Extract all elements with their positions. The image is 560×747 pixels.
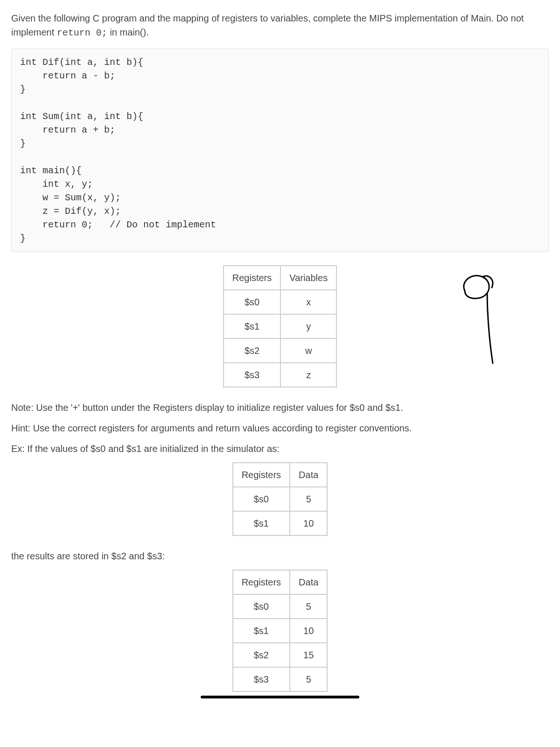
result-registers-table-wrap: Registers Data $s0 5 $s1 10 $s2 15 $s3 5: [11, 570, 549, 692]
table-row: $s1 y: [224, 314, 336, 338]
register-variable-table-wrap: Registers Variables $s0 x $s1 y $s2 w $s…: [11, 265, 549, 388]
table2-header-data: Data: [290, 463, 327, 487]
table-row: $s0 5: [233, 487, 328, 511]
example-line: Ex: If the values of $s0 and $s1 are ini…: [11, 442, 549, 456]
table2-header-registers: Registers: [233, 463, 290, 487]
intro-code: return 0;: [57, 28, 107, 38]
table3-header-registers: Registers: [233, 570, 290, 594]
results-label: the results are stored in $s2 and $s3:: [11, 549, 549, 563]
table-row: $s0 5: [233, 594, 328, 619]
intro-part2: in main().: [107, 27, 149, 37]
handwritten-scribble-icon: [446, 265, 521, 368]
table1-header-variables: Variables: [280, 266, 336, 290]
table-row: $s3 5: [233, 667, 328, 691]
table1-header-registers: Registers: [224, 266, 280, 290]
table-row: $s3 z: [224, 363, 336, 387]
result-registers-table: Registers Data $s0 5 $s1 10 $s2 15 $s3 5: [232, 570, 328, 692]
hint-line: Hint: Use the correct registers for argu…: [11, 421, 549, 435]
notes-section: Note: Use the '+' button under the Regis…: [11, 401, 549, 456]
table-row: $s2 w: [224, 338, 336, 363]
table3-header-data: Data: [290, 570, 327, 594]
table-row: $s2 15: [233, 643, 328, 667]
bottom-handle-bar: [201, 696, 359, 698]
register-variable-table: Registers Variables $s0 x $s1 y $s2 w $s…: [223, 265, 337, 388]
table-row: $s0 x: [224, 290, 336, 314]
table-row: $s1 10: [233, 619, 328, 643]
results-label-section: the results are stored in $s2 and $s3:: [11, 549, 549, 563]
table-row: $s1 10: [233, 511, 328, 536]
code-block: int Dif(int a, int b){ return a - b; } i…: [11, 49, 549, 252]
initial-registers-table-wrap: Registers Data $s0 5 $s1 10: [11, 462, 549, 536]
initial-registers-table: Registers Data $s0 5 $s1 10: [232, 462, 328, 536]
intro-text: Given the following C program and the ma…: [11, 11, 549, 40]
note-line: Note: Use the '+' button under the Regis…: [11, 401, 549, 415]
